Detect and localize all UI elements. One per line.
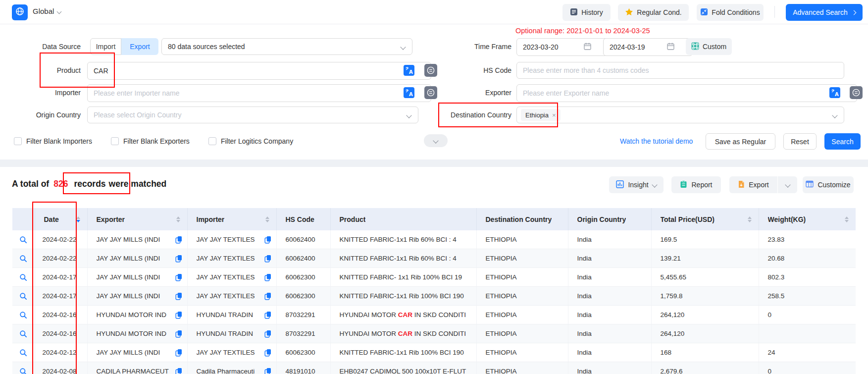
cell-date: 2024-02-16 — [35, 306, 87, 324]
row-detail-search-icon[interactable] — [19, 368, 27, 374]
cell-weight: 0 — [759, 306, 856, 324]
col-header-total-price-usd[interactable]: Total Price(USD) — [651, 208, 759, 230]
tab-export[interactable]: Export — [121, 38, 158, 55]
save-as-regular-button[interactable]: Save as Regular — [706, 133, 775, 150]
copy-icon[interactable] — [264, 330, 271, 338]
copy-icon[interactable] — [264, 292, 271, 300]
search-button[interactable]: Search — [824, 133, 861, 150]
app-logo — [12, 4, 28, 20]
col-header-hs-code: HS Code — [276, 208, 330, 230]
cell-hs-code: 60062300 — [276, 287, 330, 306]
sort-carets-icon[interactable] — [265, 216, 269, 222]
exporter-input[interactable] — [516, 84, 857, 102]
copy-icon[interactable] — [264, 349, 271, 357]
data-source-label: Data Source — [10, 38, 81, 55]
summary-prefix: A total of — [12, 179, 49, 189]
copy-icon[interactable] — [175, 311, 182, 319]
reset-button[interactable]: Reset — [783, 133, 817, 150]
copy-icon[interactable] — [264, 368, 271, 374]
export-button[interactable]: Export — [729, 176, 777, 193]
date-end-input[interactable] — [603, 38, 693, 56]
cell-exporter: JAY JAY MILLS (INDI — [87, 343, 187, 362]
tutorial-link[interactable]: Watch the tutorial demo — [620, 137, 693, 145]
fold-conditions-label: Fold Conditions — [712, 8, 760, 16]
copy-icon[interactable] — [175, 292, 182, 300]
history-button[interactable]: History — [562, 4, 611, 21]
hs-code-input[interactable] — [516, 62, 844, 79]
cell-date: 2024-02-22 — [35, 249, 87, 268]
row-detail-search-icon[interactable] — [19, 311, 27, 319]
sort-carets-icon[interactable] — [845, 216, 849, 222]
advanced-search-button[interactable]: Advanced Search — [786, 4, 863, 21]
regular-cond-button[interactable]: Regular Cond. — [618, 4, 689, 21]
importer-input[interactable] — [87, 84, 431, 102]
copy-icon[interactable] — [175, 236, 182, 244]
chevron-down-icon[interactable] — [57, 9, 62, 14]
filter-logistics-company-checkbox[interactable]: Filter Logitics Company — [208, 137, 293, 145]
copy-icon[interactable] — [264, 273, 271, 281]
sort-carets-icon[interactable] — [748, 216, 752, 222]
filter-blank-importers-checkbox[interactable]: Filter Blank Importers — [14, 137, 92, 145]
calendar-icon[interactable] — [583, 42, 592, 53]
checkbox-label: Filter Logitics Company — [221, 137, 293, 145]
cell-importer: JAY JAY TEXTILES — [187, 230, 276, 249]
row-detail-search-icon[interactable] — [19, 273, 27, 281]
row-detail-search-icon[interactable] — [19, 330, 27, 338]
copy-icon[interactable] — [264, 236, 271, 244]
copy-icon[interactable] — [175, 349, 182, 357]
copy-icon[interactable] — [264, 255, 271, 263]
origin-country-label: Origin Country — [10, 107, 81, 123]
col-header-date[interactable]: Date — [35, 208, 87, 230]
data-source-select[interactable]: 80 data sources selected — [161, 38, 412, 55]
copy-icon[interactable] — [175, 368, 182, 374]
star-icon — [625, 8, 633, 17]
row-detail-search-icon[interactable] — [19, 255, 27, 263]
customize-button[interactable]: Customize — [803, 176, 854, 193]
checkbox-icon[interactable] — [208, 137, 216, 145]
col-header-importer[interactable]: Importer — [187, 208, 276, 230]
sort-carets-icon[interactable] — [76, 216, 80, 222]
row-detail-search-icon[interactable] — [19, 292, 27, 300]
cell-weight: 258.5 — [759, 287, 856, 306]
divider — [774, 6, 775, 18]
origin-country-select[interactable]: Please select Origin Country — [87, 107, 418, 123]
copy-icon[interactable] — [175, 330, 182, 338]
cell-total-price: 168 — [651, 343, 759, 362]
report-button[interactable]: Report — [671, 176, 721, 193]
checkbox-icon[interactable] — [111, 137, 119, 145]
tab-import[interactable]: Import — [90, 38, 121, 55]
translate-icon[interactable]: A — [404, 87, 414, 100]
checkbox-icon[interactable] — [14, 137, 22, 145]
product-input[interactable] — [87, 62, 431, 80]
customize-label: Customize — [817, 181, 850, 189]
advanced-search-label: Advanced Search — [793, 8, 848, 16]
translate-icon[interactable]: A — [829, 87, 840, 100]
col-header-weight-kg[interactable]: Weight(KG) — [759, 208, 856, 230]
sort-carets-icon[interactable] — [176, 216, 180, 222]
collapse-conditions-button[interactable] — [424, 134, 448, 147]
copy-icon[interactable] — [175, 273, 182, 281]
col-header-exporter[interactable]: Exporter — [87, 208, 187, 230]
cell-destination-country: ETHIOPIA — [476, 362, 568, 374]
insight-button[interactable]: Insight — [609, 176, 664, 193]
hs-code-label: HS Code — [436, 62, 511, 79]
cell-exporter-name: HYUNDAI MOTOR IND — [97, 311, 173, 319]
translate-icon[interactable]: A — [404, 65, 414, 78]
copy-icon[interactable] — [264, 311, 271, 319]
remove-tag-icon[interactable]: × — [552, 111, 556, 119]
date-start-input[interactable] — [516, 38, 610, 56]
destination-country-select[interactable]: Ethiopia × — [516, 107, 844, 123]
cell-product: EHB0247 CADIMOL 500 100x10T E-FLUT — [330, 362, 476, 374]
cell-destination-country: ETHIOPIA — [476, 324, 568, 343]
chevron-down-icon — [832, 112, 837, 118]
fold-conditions-button[interactable]: Fold Conditions — [697, 4, 764, 21]
filter-blank-exporters-checkbox[interactable]: Filter Blank Exporters — [111, 137, 190, 145]
export-dropdown-button[interactable] — [778, 176, 797, 193]
calendar-icon[interactable] — [666, 42, 675, 53]
row-detail-search-icon[interactable] — [19, 349, 27, 357]
copy-icon[interactable] — [175, 255, 182, 263]
col-label: Origin Country — [577, 215, 626, 223]
custom-range-button[interactable]: Custom — [686, 38, 732, 55]
row-detail-search-icon[interactable] — [19, 236, 27, 244]
fuzzy-match-icon[interactable] — [850, 86, 863, 99]
